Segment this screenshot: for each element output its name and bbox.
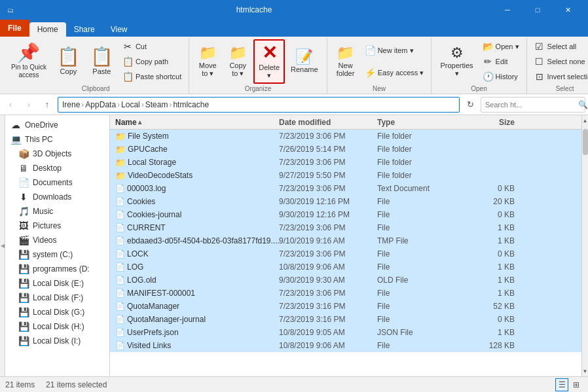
details-view-button[interactable]: ☰ [555,378,568,391]
easy-access-button[interactable]: ⚡ Easy access ▾ [361,65,428,80]
delete-button[interactable]: ✕ Delete▾ [253,39,285,84]
scrollbar-vertical[interactable]: ▲ ▼ [581,115,588,376]
sidebar-item-onedrive[interactable]: ☁ OneDrive [5,118,109,132]
search-icon: 🔍 [578,100,588,109]
sidebar-item-downloads[interactable]: ⬇ Downloads [5,190,109,204]
tab-share[interactable]: Share [66,22,103,37]
sidebar-item-videos[interactable]: 🎬 Videos [5,233,109,247]
forward-button[interactable]: › [21,97,37,113]
copy-button[interactable]: 📋 Copy [52,39,84,84]
rename-label: Rename [291,65,318,73]
file-row[interactable]: 📄LOCK 7/23/2019 3:06 PM File 0 KB [110,247,581,260]
file-type: OLD File [377,276,462,285]
search-box[interactable]: 🔍 [481,97,585,113]
tab-file[interactable]: File [0,20,29,37]
sidebar-item-documents[interactable]: 📄 Documents [5,175,109,190]
file-row[interactable]: 📁Local Storage 7/23/2019 3:06 PM File fo… [110,156,581,169]
paste-shortcut-label: Paste shortcut [136,73,181,80]
sidebar-item-locali[interactable]: 💾 Local Disk (I:) [5,334,109,348]
file-row[interactable]: 📄QuotaManager-journal 7/23/2019 3:16 PM … [110,313,581,326]
invert-selection-button[interactable]: ⊡ Invert selection [531,69,588,84]
search-input[interactable] [485,101,576,109]
tab-home[interactable]: Home [29,22,66,37]
thispc-label: This PC [25,135,53,144]
sidebar-item-localh[interactable]: 💾 Local Disk (H:) [5,319,109,334]
sidebar-item-programmesd[interactable]: 💾 programmes (D: [5,262,109,276]
scrollbar-thumb[interactable] [583,129,588,155]
file-date: 7/26/2019 5:14 PM [279,145,377,154]
3dobjects-icon: 📦 [18,149,29,159]
properties-button[interactable]: ⚙ Properties▾ [435,39,477,84]
file-row[interactable]: 📁VideoDecodeStats 9/27/2019 5:50 PM File… [110,169,581,182]
open-button[interactable]: 📂 Open ▾ [479,39,523,54]
file-name: 📄QuotaManager-journal [115,315,279,324]
select-all-button[interactable]: ☑ Select all [531,39,588,54]
cut-button[interactable]: ✂ Cut [119,39,185,54]
sidebar-collapse[interactable]: ◀ [0,115,5,376]
sidebar-item-localg[interactable]: 💾 Local Disk (G:) [5,305,109,319]
file-row[interactable]: 📄000003.log 7/23/2019 3:06 PM Text Docum… [110,182,581,195]
new-small-group: 📄 New item ▾ ⚡ Easy access ▾ [361,39,428,84]
edit-button[interactable]: ✏ Edit [479,54,523,69]
rename-button[interactable]: 📝 Rename [286,39,323,84]
col-date[interactable]: Date modified [279,118,377,127]
file-size: 0 KB [462,315,515,324]
history-button[interactable]: 🕐 History [479,69,523,84]
tab-view[interactable]: View [103,22,136,37]
file-row[interactable]: 📄LOG.old 9/30/2019 9:30 AM OLD File 1 KB [110,274,581,287]
sidebar-item-3dobjects[interactable]: 📦 3D Objects [5,147,109,161]
sidebar-item-desktop[interactable]: 🖥 Desktop [5,161,109,175]
sidebar-item-thispc[interactable]: 💻 This PC [5,132,109,147]
file-row[interactable]: 📁GPUCache 7/26/2019 5:14 PM File folder [110,143,581,156]
file-row[interactable]: 📄Visited Links 10/8/2019 9:06 AM File 12… [110,339,581,352]
file-icon: 📄 [115,236,125,245]
refresh-button[interactable]: ↻ [462,97,478,113]
select-none-button[interactable]: ☐ Select none [531,54,588,69]
col-name[interactable]: Name ▲ [115,118,279,127]
file-size: 20 KB [462,197,515,206]
select-content: ☑ Select all ☐ Select none ⊡ Invert sele… [531,39,588,84]
file-row[interactable]: 📄Cookies-journal 9/30/2019 12:16 PM File… [110,208,581,221]
copy-to-button[interactable]: 📁 Copyto ▾ [223,39,252,84]
file-row[interactable]: 📄LOG 10/8/2019 9:06 AM File 1 KB [110,260,581,274]
new-item-label: New item ▾ [378,46,414,55]
move-to-button[interactable]: 📁 Moveto ▾ [193,39,222,84]
file-row[interactable]: 📄Cookies 9/30/2019 12:16 PM File 20 KB [110,195,581,208]
pin-label: Pin to Quickaccess [11,63,46,79]
file-row[interactable]: 📄UserPrefs.json 10/8/2019 9:05 AM JSON F… [110,326,581,339]
file-row[interactable]: 📄CURRENT 7/23/2019 3:06 PM File 1 KB [110,221,581,234]
file-row[interactable]: 📁File System 7/23/2019 3:06 PM File fold… [110,130,581,143]
back-button[interactable]: ‹ [3,97,18,113]
videos-label: Videos [33,236,56,245]
new-item-button[interactable]: 📄 New item ▾ [361,43,428,58]
col-size[interactable]: Size [462,118,515,127]
copy-path-button[interactable]: 📋 Copy path [119,54,185,69]
sidebar-item-localf[interactable]: 💾 Local Disk (F:) [5,291,109,305]
systemc-label: system (C:) [33,250,73,259]
file-row[interactable]: 📄MANIFEST-000001 7/23/2019 3:06 PM File … [110,287,581,300]
sidebar-item-music[interactable]: 🎵 Music [5,204,109,219]
sidebar-item-systemc[interactable]: 💾 system (C:) [5,247,109,262]
paste-button[interactable]: 📋 Paste [86,39,118,84]
pin-button[interactable]: 📌 Pin to Quickaccess [7,39,51,84]
new-folder-button[interactable]: 📁 Newfolder [331,39,360,84]
scrollbar-up[interactable]: ▲ [582,115,588,126]
col-type[interactable]: Type [377,118,462,127]
address-path[interactable]: Irene › AppData › Local › Steam › htmlca… [58,97,460,113]
sidebar-item-pictures[interactable]: 🖼 Pictures [5,219,109,233]
file-row[interactable]: 📄QuotaManager 7/23/2019 3:16 PM File 52 … [110,300,581,313]
minimize-button[interactable]: ─ [492,0,523,20]
paste-shortcut-button[interactable]: 📋 Paste shortcut [119,69,185,84]
sidebar-item-locale[interactable]: 💾 Local Disk (E:) [5,276,109,291]
select-small-group: ☑ Select all ☐ Select none ⊡ Invert sele… [531,39,588,84]
pictures-icon: 🖼 [18,221,29,231]
folder-icon: 📁 [115,158,126,168]
file-date: 7/23/2019 3:06 PM [279,158,377,167]
close-button[interactable]: ✕ [553,0,583,20]
programmesd-label: programmes (D: [33,264,90,274]
file-row[interactable]: 📄ebdaaed3-d05f-4504-bb26-03fa8177fd19...… [110,234,581,247]
maximize-button[interactable]: □ [523,0,553,20]
scrollbar-down[interactable]: ▼ [582,366,588,376]
large-icons-view-button[interactable]: ⊞ [570,378,583,391]
up-button[interactable]: ↑ [39,97,55,113]
